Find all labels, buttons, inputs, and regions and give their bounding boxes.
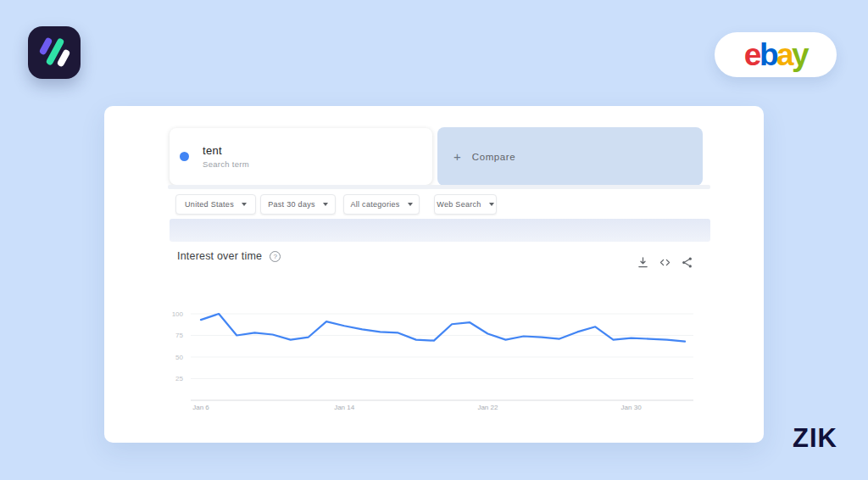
share-button[interactable] [680, 255, 693, 269]
section-header: Interest over time ? [177, 250, 281, 262]
help-icon[interactable]: ? [270, 251, 281, 262]
search-term-card[interactable]: tent Search term [170, 128, 432, 185]
trends-card: tent Search term + Compare United States… [104, 106, 764, 443]
filter-category-dropdown[interactable]: All categories [343, 194, 420, 215]
chevron-down-icon [242, 203, 247, 206]
filter-category-label: All categories [350, 200, 399, 209]
section-title: Interest over time [177, 250, 262, 262]
chart-toolbar [636, 255, 693, 269]
embed-button[interactable] [658, 255, 671, 269]
plus-icon: + [453, 149, 461, 164]
filter-time-label: Past 30 days [268, 200, 315, 209]
embed-icon [659, 256, 671, 269]
search-term-label: tent [203, 144, 249, 157]
chevron-down-icon [489, 203, 494, 206]
download-button[interactable] [636, 255, 649, 269]
row-divider-strip [168, 185, 710, 189]
filters-bar: United States Past 30 days All categorie… [175, 194, 497, 215]
chevron-down-icon [323, 203, 328, 206]
page-background: ebay tent Search term + Compare United S… [0, 0, 868, 480]
svg-text:25: 25 [175, 375, 183, 382]
svg-text:50: 50 [175, 354, 183, 361]
svg-text:Jan 22: Jan 22 [477, 404, 498, 411]
filter-search-type-dropdown[interactable]: Web Search [434, 194, 497, 215]
ebay-letter-b: b [760, 39, 776, 70]
svg-text:Jan 6: Jan 6 [192, 404, 209, 411]
line-chart-canvas[interactable]: 100755025Jan 6Jan 14Jan 22Jan 30 [161, 305, 754, 416]
zik-logo [28, 26, 81, 79]
interest-over-time-chart[interactable]: 100755025Jan 6Jan 14Jan 22Jan 30 [161, 305, 754, 416]
share-icon [681, 256, 693, 269]
download-icon [637, 256, 649, 269]
filter-region-dropdown[interactable]: United States [175, 194, 256, 215]
filter-search-type-label: Web Search [437, 200, 481, 209]
faded-content-strip [170, 219, 710, 242]
filter-region-label: United States [185, 200, 234, 209]
ebay-letter-a: a [776, 39, 792, 70]
ebay-logo: ebay [715, 32, 837, 77]
ebay-letter-y: y [792, 39, 807, 70]
svg-text:Jan 30: Jan 30 [621, 404, 643, 411]
filter-time-dropdown[interactable]: Past 30 days [260, 194, 336, 215]
zik-wordmark: ZIK [793, 423, 837, 454]
search-term-sublabel: Search term [203, 159, 249, 169]
series-color-dot [180, 152, 189, 161]
svg-text:75: 75 [175, 332, 183, 339]
compare-label: Compare [472, 152, 516, 162]
svg-text:Jan 14: Jan 14 [334, 404, 355, 411]
ebay-letter-e: e [744, 39, 760, 70]
compare-button[interactable]: + Compare [437, 127, 703, 186]
svg-text:100: 100 [172, 310, 184, 318]
chevron-down-icon [408, 203, 413, 206]
